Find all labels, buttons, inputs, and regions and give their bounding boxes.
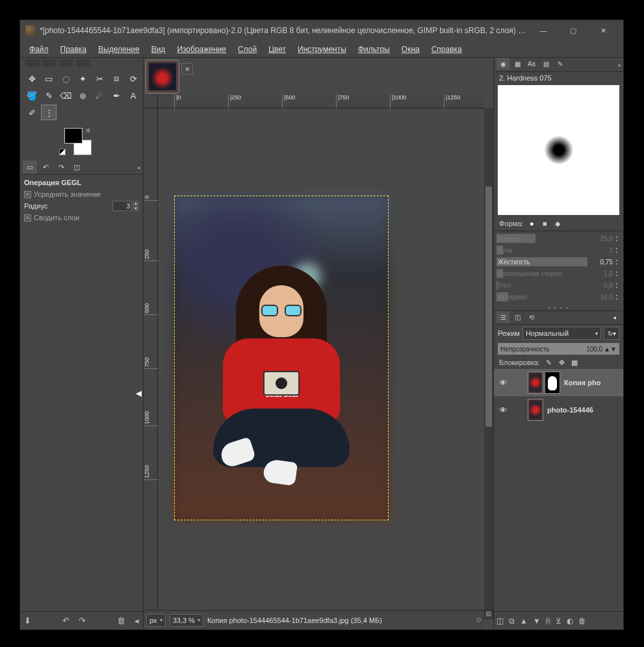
menu-filters[interactable]: Фильтры <box>353 44 395 55</box>
tab-patterns[interactable]: ▦ <box>511 58 524 70</box>
layer-thumbnail[interactable] <box>528 372 543 394</box>
ruler-vertical[interactable]: 0 250 500 750 1000 1250 <box>144 108 158 610</box>
menu-select[interactable]: Выделение <box>93 44 145 55</box>
tool-warp[interactable]: ⟳ <box>125 71 141 86</box>
slider-Жёсткость[interactable]: Жёсткость0,75▲▼ <box>494 256 623 268</box>
menu-image[interactable]: Изображение <box>172 44 231 55</box>
radius-spinner[interactable]: ▲▼ <box>112 201 139 211</box>
delete-layer-icon[interactable]: 🗑 <box>578 616 586 626</box>
menu-help[interactable]: Справка <box>426 44 467 55</box>
opacity-slider[interactable]: Непрозрачность 100,0 ▲▼ <box>498 343 619 355</box>
tool-bucket[interactable]: 🪣 <box>24 88 40 103</box>
tab-undo[interactable]: ↷ <box>54 160 68 173</box>
slider-Интервал[interactable]: Интервал10,0▲▼ <box>494 291 623 303</box>
tab-images[interactable]: ◫ <box>70 160 84 173</box>
menu-view[interactable]: Вид <box>146 44 171 55</box>
tool-smudge[interactable]: ☄ <box>92 88 107 103</box>
layer-row[interactable]: 👁 Копия pho <box>494 369 623 396</box>
vertical-scrollbar[interactable] <box>484 108 493 610</box>
option-flatten[interactable]: ✕ Сводить слои <box>24 212 139 223</box>
spin-up-icon[interactable]: ▲ <box>133 201 139 206</box>
tool-pencil[interactable]: ✎ <box>41 88 57 103</box>
tab-brushes[interactable]: ◉ <box>496 58 509 70</box>
redo-icon[interactable]: ↷ <box>79 616 86 626</box>
visibility-icon[interactable]: 👁 <box>496 403 509 416</box>
swap-colors-icon[interactable]: ⤭ <box>85 127 90 134</box>
slider-Угол[interactable]: Угол0,0▲▼ <box>494 279 623 291</box>
menu-edit[interactable]: Правка <box>55 44 92 55</box>
dock-drag-handle[interactable]: • • • • <box>494 304 623 311</box>
reset-icon[interactable]: ◂ <box>135 616 139 626</box>
undo-icon[interactable]: ↶ <box>62 616 70 626</box>
ruler-horizontal[interactable]: |0 |250 |500 |750 |1000 |1250 <box>158 94 484 108</box>
lock-position-icon[interactable]: ✥ <box>557 358 566 367</box>
tab-fonts[interactable]: Aa <box>525 58 538 70</box>
document-tab[interactable] <box>146 60 179 93</box>
tool-transform[interactable]: ⧈ <box>109 71 124 86</box>
layer-name[interactable]: Копия pho <box>564 379 621 387</box>
radius-input[interactable] <box>112 201 132 211</box>
canvas-viewport[interactable]: Coca-Cola <box>158 108 484 610</box>
tool-clone[interactable]: ⊛ <box>75 88 90 103</box>
tool-move[interactable]: ✥ <box>24 71 40 86</box>
default-colors-icon[interactable] <box>59 149 66 155</box>
ruler-corner[interactable] <box>144 94 158 108</box>
brush-preview[interactable] <box>498 85 619 215</box>
menu-file[interactable]: Файл <box>24 44 54 55</box>
mask-icon[interactable]: ◐ <box>567 616 573 626</box>
tab-paint[interactable]: ✎ <box>554 58 567 70</box>
tool-text[interactable]: A <box>125 88 141 103</box>
maximize-button[interactable]: ▢ <box>558 20 588 41</box>
menu-tools[interactable]: Инструменты <box>292 44 352 55</box>
tab-device[interactable]: ↶ <box>38 160 53 173</box>
tab-channels[interactable]: ◫ <box>511 311 524 323</box>
minimize-button[interactable]: — <box>528 20 558 41</box>
layer-mask-thumbnail[interactable] <box>545 372 560 394</box>
merge-down-icon[interactable]: ⊻ <box>556 616 561 626</box>
shape-circle-icon[interactable]: ● <box>527 219 536 228</box>
menu-layer[interactable]: Слой <box>233 44 262 55</box>
tool-rect-select[interactable]: ▭ <box>41 71 57 86</box>
cancel-icon[interactable]: ⊘ <box>476 616 482 624</box>
tab-history[interactable]: ▤ <box>539 58 552 70</box>
delete-preset-icon[interactable]: 🗑 <box>117 616 125 626</box>
save-preset-icon[interactable]: ⬇ <box>24 616 31 626</box>
tool-gegl[interactable]: ⋮ <box>41 105 57 120</box>
option-average[interactable]: ✕ Усреднять значение <box>24 189 139 199</box>
unit-selector[interactable]: px▾ <box>146 614 166 627</box>
color-swatch[interactable]: ⤭ <box>59 128 92 155</box>
slider-Лучи[interactable]: Лучи2▲▼ <box>494 244 623 256</box>
layer-up-icon[interactable]: ▲ <box>520 616 528 626</box>
slider-Соотношение сторон[interactable]: Соотношение сторон1,0▲▼ <box>494 268 623 279</box>
tool-path[interactable]: ✒ <box>109 88 124 103</box>
tool-crop[interactable]: ✂ <box>92 71 107 86</box>
dock-menu-icon[interactable]: ◂ <box>608 311 621 323</box>
new-layer-icon[interactable]: ◫ <box>496 616 504 626</box>
blend-mode-select[interactable]: Нормальный▾ <box>522 327 601 340</box>
lock-alpha-icon[interactable]: ▩ <box>570 358 579 367</box>
layer-row[interactable]: 👁 photo-154446 <box>494 396 623 424</box>
tab-layers[interactable]: ☰ <box>496 311 509 323</box>
tool-picker[interactable]: ✐ <box>24 105 40 120</box>
shape-square-icon[interactable]: ■ <box>540 219 549 228</box>
mode-reset-icon[interactable]: ↻▾ <box>604 327 619 340</box>
checkbox-icon[interactable]: ✕ <box>24 214 31 222</box>
navigation-icon[interactable]: ◱ <box>484 610 493 619</box>
tab-paths[interactable]: ⟲ <box>525 311 538 323</box>
foreground-color[interactable] <box>64 128 83 144</box>
layer-thumbnail[interactable] <box>528 399 543 421</box>
tool-fuzzy-select[interactable]: ✦ <box>75 71 90 86</box>
lock-pixels-icon[interactable]: ✎ <box>544 358 553 367</box>
close-button[interactable]: ✕ <box>588 20 618 41</box>
shape-diamond-icon[interactable]: ◆ <box>553 219 562 228</box>
tab-tool-options[interactable]: ▭ <box>23 160 37 173</box>
tool-free-select[interactable]: ◌ <box>58 71 73 86</box>
layer-name[interactable]: photo-154446 <box>547 406 621 414</box>
visibility-icon[interactable]: 👁 <box>496 376 509 389</box>
document-close-icon[interactable]: ✕ <box>181 63 193 75</box>
scrollbar-thumb[interactable] <box>485 186 492 427</box>
menu-colors[interactable]: Цвет <box>263 44 291 55</box>
option-radius[interactable]: Радиус ▲▼ <box>24 199 139 212</box>
menu-windows[interactable]: Окна <box>396 44 425 55</box>
slider-Радиус[interactable]: Радиус25,0▲▼ <box>494 233 623 244</box>
